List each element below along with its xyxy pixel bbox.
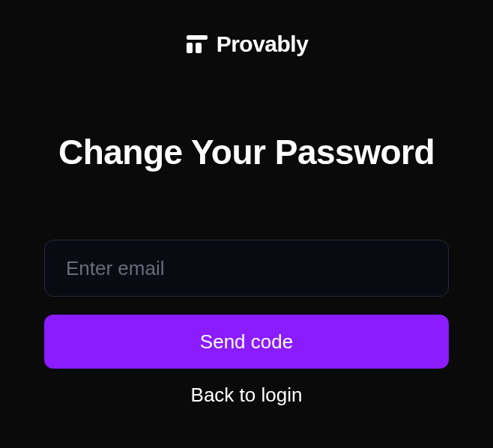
provably-logo-icon [185,32,209,56]
page-container: Provably Change Your Password Send code … [0,0,493,448]
svg-rect-2 [196,43,202,53]
page-title: Change Your Password [58,132,435,172]
reset-form: Send code Back to login [44,240,449,407]
email-field[interactable] [44,240,449,297]
brand-logo: Provably [185,31,309,57]
back-to-login-link[interactable]: Back to login [44,384,449,407]
svg-rect-0 [187,35,208,40]
svg-rect-1 [187,43,193,53]
send-code-button[interactable]: Send code [44,315,449,369]
brand-name: Provably [217,31,309,57]
